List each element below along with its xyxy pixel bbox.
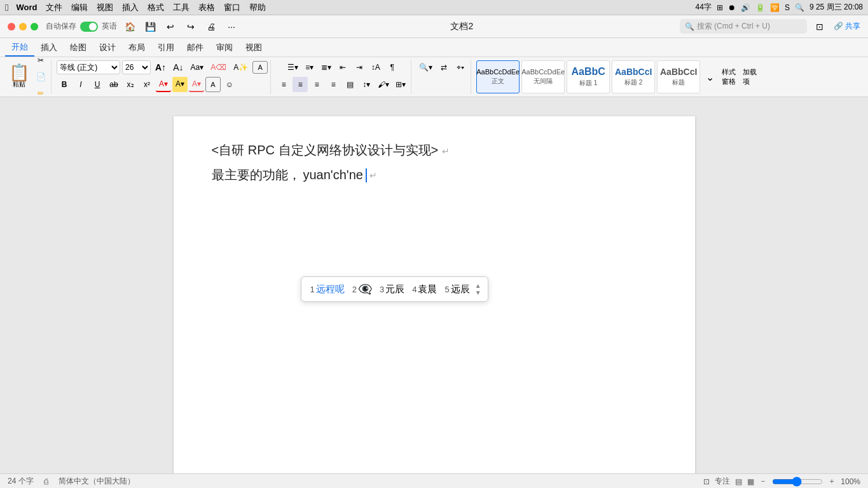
add-style-button[interactable]: 加载项 [740,69,759,85]
tab-view[interactable]: 视图 [239,38,268,57]
font-family-select[interactable]: 等线 (正文) [57,60,120,74]
ime-nav-down[interactable]: ▼ [475,289,481,296]
select-button[interactable]: ⌖▾ [453,60,468,75]
copy-button[interactable]: 📄 [33,69,48,85]
increase-indent-button[interactable]: ⇥ [352,60,367,75]
font-grow-button[interactable]: A↑ [153,60,169,75]
siri-icon[interactable]: S [785,3,790,12]
underline-button[interactable]: U [90,77,105,92]
search-menubar-icon[interactable]: 🔍 [795,3,804,12]
menu-file[interactable]: 文件 [46,2,62,13]
highlight-button[interactable]: A▾ [172,77,188,92]
zoom-out-button[interactable]: － [759,476,767,487]
menu-help[interactable]: 帮助 [249,2,266,13]
layout-icon1[interactable]: ▤ [735,477,742,486]
fullscreen-button[interactable] [31,23,38,30]
zoom-in-button[interactable]: ＋ [828,476,836,487]
tab-design[interactable]: 设计 [93,38,122,57]
tab-draw[interactable]: 绘图 [64,38,93,57]
line-spacing-button[interactable]: ↕▾ [359,77,374,92]
menu-insert[interactable]: 插入 [122,2,139,13]
ime-text-3: 元辰 [385,283,404,295]
bullets-button[interactable]: ☰▾ [285,60,301,75]
menu-edit[interactable]: 编辑 [71,2,88,13]
italic-button[interactable]: I [73,77,88,92]
align-center-button[interactable]: ≡ [293,77,308,92]
emoji-button[interactable]: ☺ [222,77,237,92]
autosave-toggle[interactable] [80,22,98,32]
document-area[interactable]: <自研 RPC 自定义网络协议设计与实现> ↵ 最主要的功能， yuan'ch'… [0,97,868,473]
search-bar[interactable]: 🔍 搜索 (Cmd + Ctrl + U) [680,19,807,34]
menu-table[interactable]: 表格 [198,2,215,13]
multilevel-list-button[interactable]: ≣▾ [319,60,334,75]
font-color-button[interactable]: A▾ [156,77,171,92]
find-replace-button[interactable]: 🔍▾ [417,60,435,75]
columns-button[interactable]: ▤ [342,77,357,92]
cut-button[interactable]: ✂ [33,53,48,68]
menu-format[interactable]: 格式 [148,2,164,13]
ime-candidate-1[interactable]: 1 远程呢 [308,282,347,297]
ime-candidate-4[interactable]: 4 袁晨 [410,282,439,297]
tab-mail[interactable]: 邮件 [181,38,210,57]
more-icon[interactable]: ··· [224,19,239,34]
ime-navigation[interactable]: ▲ ▼ [475,282,481,296]
char-border-button[interactable]: A [252,61,268,74]
menu-tools[interactable]: 工具 [173,2,189,13]
font-size-select[interactable]: 26 [122,60,151,74]
style-normal[interactable]: AaBbCcDdEe 正文 [476,60,520,93]
menu-view[interactable]: 视图 [97,2,113,13]
sort-button[interactable]: ↕A [368,60,383,75]
text-effect-button[interactable]: A✨ [231,60,251,75]
styles-pane-button[interactable]: 样式窗格 [719,69,738,85]
paste-button[interactable]: 📋 [6,65,32,80]
strikethrough-button[interactable]: ab [106,77,121,92]
redo-icon[interactable]: ↪ [183,19,198,34]
ime-text-5: 远辰 [451,283,470,295]
tab-references[interactable]: 引用 [151,38,181,57]
share-button[interactable]: 🔗 共享 [834,21,860,32]
shading-para-button[interactable]: 🖌▾ [375,77,392,92]
bold-button[interactable]: B [57,77,72,92]
show-hide-button[interactable]: ¶ [385,60,400,75]
style-no-spacing[interactable]: AaBbCcDdEe 无间隔 [521,60,565,93]
borders-button[interactable]: ⊞▾ [393,77,408,92]
replace-button[interactable]: ⇄ [436,60,451,75]
app-name-menu[interactable]: Word [16,3,37,12]
tab-layout[interactable]: 布局 [122,38,151,57]
home-icon[interactable]: 🏠 [122,19,137,34]
align-left-button[interactable]: ≡ [276,77,291,92]
align-right-button[interactable]: ≡ [309,77,324,92]
layout-icon2[interactable]: ▦ [747,477,754,486]
ime-candidate-dropdown[interactable]: 1 远程呢 2 👁‍🗨 3 元辰 4 袁晨 5 远辰 ▲ ▼ [301,276,488,302]
zoom-slider[interactable] [772,477,823,487]
styles-expand-button[interactable]: ⌄ [702,69,717,85]
numbering-button[interactable]: ≡▾ [302,60,317,75]
ime-candidate-3[interactable]: 3 元辰 [377,282,407,297]
style-heading1[interactable]: AaBbC 标题 1 [567,60,610,93]
style-heading[interactable]: AaBbCcI 标题 [657,60,700,93]
char-border2-button[interactable]: A [205,77,221,92]
ime-nav-up[interactable]: ▲ [475,282,481,289]
print-icon[interactable]: 🖨 [203,19,219,34]
superscript-button[interactable]: x² [139,77,155,92]
clear-format-button[interactable]: A⌫ [208,60,229,75]
tab-home[interactable]: 开始 [5,38,34,57]
decrease-indent-button[interactable]: ⇤ [335,60,350,75]
tab-review[interactable]: 审阅 [210,38,239,57]
airplay-icon[interactable]: ⊡ [812,19,827,34]
save-icon[interactable]: 💾 [142,19,158,34]
ime-candidate-5[interactable]: 5 远辰 [442,282,472,297]
format-painter-button[interactable]: ✏ [33,86,48,101]
undo-icon[interactable]: ↩ [163,19,178,34]
font-shrink-button[interactable]: A↓ [170,60,186,75]
shading-button[interactable]: A▾ [189,77,204,92]
justify-button[interactable]: ≡ [326,77,341,92]
subscript-button[interactable]: x₂ [123,77,138,92]
menu-window[interactable]: 窗口 [224,2,240,13]
ime-candidate-2[interactable]: 2 👁‍🗨 [350,281,375,297]
style-heading2[interactable]: AaBbCcI 标题 2 [612,60,655,93]
minimize-button[interactable] [19,23,27,30]
close-button[interactable] [8,23,15,30]
change-case-button[interactable]: Aa▾ [188,60,206,75]
apple-menu-icon[interactable]:  [5,2,8,13]
